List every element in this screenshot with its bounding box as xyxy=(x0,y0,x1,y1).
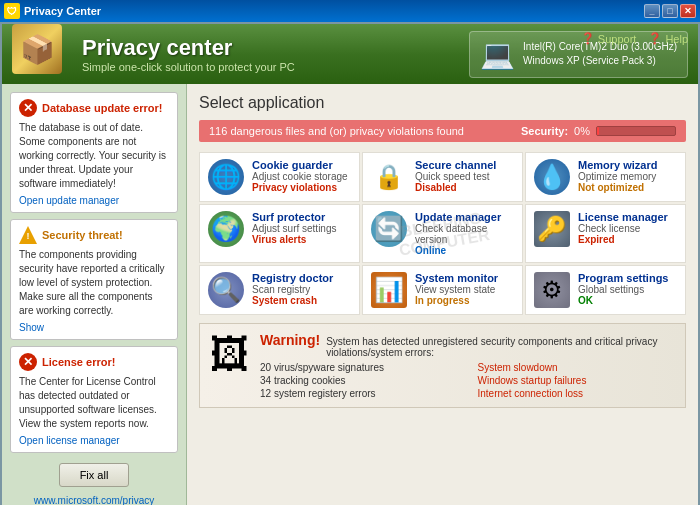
warning-header: Warning! System has detected unregistere… xyxy=(260,332,675,362)
app-program-settings[interactable]: ⚙ Program settings Global settings OK xyxy=(525,265,686,315)
update-manager-icon: 🔄 xyxy=(371,211,407,247)
program-settings-info: Program settings Global settings OK xyxy=(578,272,677,306)
app-update-manager[interactable]: 🔄 Update manager Check database version … xyxy=(362,204,523,263)
warning-items: 20 virus/spyware signatures System slowd… xyxy=(260,362,675,399)
pc-icon: 💻 xyxy=(480,38,515,71)
warning-title: Warning! xyxy=(260,332,320,348)
warning-bottom: 🖼 Warning! System has detected unregiste… xyxy=(199,323,686,408)
update-manager-name: Update manager xyxy=(415,211,514,223)
program-settings-icon: ⚙ xyxy=(534,272,570,308)
registry-doctor-name: Registry doctor xyxy=(252,272,351,284)
alert-link-2[interactable]: Show xyxy=(19,322,169,333)
warning-bottom-icon: 🖼 xyxy=(210,332,250,377)
registry-doctor-icon: 🔍 xyxy=(208,272,244,308)
license-manager-icon: 🔑 xyxy=(534,211,570,247)
app-title: Privacy center xyxy=(82,35,469,61)
alert-title-1: Database update error! xyxy=(42,102,162,114)
app-icon: 🛡 xyxy=(4,3,20,19)
license-manager-info: License manager Check license Expired xyxy=(578,211,677,245)
window-controls: _ □ ✕ xyxy=(644,4,696,18)
cookie-guarder-icon: 🌐 xyxy=(208,159,244,195)
warning-item-right-3: Internet connection loss xyxy=(478,388,676,399)
update-manager-desc: Check database version xyxy=(415,223,514,245)
warning-item-right-1: System slowdown xyxy=(478,362,676,373)
app-surf-protector[interactable]: 🌍 Surf protector Adjust surf settings Vi… xyxy=(199,204,360,263)
alert-link-3[interactable]: Open license manager xyxy=(19,435,169,446)
security-threat-alert: ! Security threat! The components provid… xyxy=(10,219,178,340)
security-progress-fill xyxy=(597,127,599,135)
system-monitor-status: In progress xyxy=(415,295,514,306)
alert-header-3: ✕ License error! xyxy=(19,353,169,371)
app-registry-doctor[interactable]: 🔍 Registry doctor Scan registry System c… xyxy=(199,265,360,315)
surf-protector-info: Surf protector Adjust surf settings Viru… xyxy=(252,211,351,245)
program-settings-name: Program settings xyxy=(578,272,677,284)
warning-icon-2: ! xyxy=(19,226,37,244)
memory-wizard-status: Not optimized xyxy=(578,182,677,193)
database-error-alert: ✕ Database update error! The database is… xyxy=(10,92,178,213)
registry-doctor-status: System crash xyxy=(252,295,351,306)
security-progress-bar xyxy=(596,126,676,136)
memory-wizard-desc: Optimize memory xyxy=(578,171,677,182)
warning-item-left-3: 12 system registery errors xyxy=(260,388,458,399)
close-button[interactable]: ✕ xyxy=(680,4,696,18)
app-logo: 📦 xyxy=(12,24,72,84)
security-indicator: Security: 0% xyxy=(521,125,676,137)
update-manager-status: Online xyxy=(415,245,514,256)
help-link[interactable]: ❓ Help xyxy=(648,32,688,45)
warning-content: Warning! System has detected unregistere… xyxy=(260,332,675,399)
warning-item-left-2: 34 tracking cookies xyxy=(260,375,458,386)
microsoft-link[interactable]: www.microsoft.com/privacy xyxy=(10,495,178,505)
secure-channel-name: Secure channel xyxy=(415,159,514,171)
app-license-manager[interactable]: 🔑 License manager Check license Expired xyxy=(525,204,686,263)
error-icon-3: ✕ xyxy=(19,353,37,371)
header-text: Privacy center Simple one-click solution… xyxy=(82,35,469,73)
program-settings-desc: Global settings xyxy=(578,284,677,295)
memory-wizard-icon: 💧 xyxy=(534,159,570,195)
system-monitor-name: System monitor xyxy=(415,272,514,284)
app-memory-wizard[interactable]: 💧 Memory wizard Optimize memory Not opti… xyxy=(525,152,686,202)
app-secure-channel[interactable]: 🔒 Secure channel Quick speed test Disabl… xyxy=(362,152,523,202)
help-icon: ❓ xyxy=(648,32,662,45)
support-link[interactable]: ❓ Support xyxy=(581,32,637,45)
secure-channel-desc: Quick speed test xyxy=(415,171,514,182)
alert-text-1: The database is out of date. Some compon… xyxy=(19,121,169,191)
system-monitor-icon: 📊 xyxy=(371,272,407,308)
secure-channel-status: Disabled xyxy=(415,182,514,193)
cookie-guarder-status: Privacy violations xyxy=(252,182,351,193)
secure-channel-icon: 🔒 xyxy=(371,159,407,195)
fix-all-button[interactable]: Fix all xyxy=(59,463,130,487)
app-grid: BLEEPINGCOMPUTER 🌐 Cookie guarder Adjust… xyxy=(199,152,686,315)
warning-desc: System has detected unregistered securit… xyxy=(326,336,675,358)
minimize-button[interactable]: _ xyxy=(644,4,660,18)
os-version: Windows XP (Service Pack 3) xyxy=(523,54,677,68)
section-title: Select application xyxy=(199,94,686,112)
license-manager-desc: Check license xyxy=(578,223,677,234)
content-area: ✕ Database update error! The database is… xyxy=(2,84,698,505)
app-cookie-guarder[interactable]: 🌐 Cookie guarder Adjust cookie storage P… xyxy=(199,152,360,202)
warning-item-right-2: Windows startup failures xyxy=(478,375,676,386)
titlebar-title: Privacy Center xyxy=(24,5,644,17)
cookie-guarder-name: Cookie guarder xyxy=(252,159,351,171)
left-panel: ✕ Database update error! The database is… xyxy=(2,84,187,505)
question-icon: ❓ xyxy=(581,32,595,45)
app-system-monitor[interactable]: 📊 System monitor View system state In pr… xyxy=(362,265,523,315)
memory-wizard-name: Memory wizard xyxy=(578,159,677,171)
titlebar: 🛡 Privacy Center _ □ ✕ xyxy=(0,0,700,22)
system-monitor-desc: View system state xyxy=(415,284,514,295)
error-icon-1: ✕ xyxy=(19,99,37,117)
program-settings-status: OK xyxy=(578,295,677,306)
system-monitor-info: System monitor View system state In prog… xyxy=(415,272,514,306)
registry-doctor-desc: Scan registry xyxy=(252,284,351,295)
surf-protector-status: Virus alerts xyxy=(252,234,351,245)
main-window: ❓ Support ❓ Help 📦 Privacy center Simple… xyxy=(0,22,700,505)
license-manager-name: License manager xyxy=(578,211,677,223)
surf-protector-name: Surf protector xyxy=(252,211,351,223)
memory-wizard-info: Memory wizard Optimize memory Not optimi… xyxy=(578,159,677,193)
security-label: Security: xyxy=(521,125,568,137)
maximize-button[interactable]: □ xyxy=(662,4,678,18)
violations-text: 116 dangerous files and (or) privacy vio… xyxy=(209,125,464,137)
surf-protector-icon: 🌍 xyxy=(208,211,244,247)
logo-box: 📦 xyxy=(12,24,62,74)
license-error-alert: ✕ License error! The Center for License … xyxy=(10,346,178,453)
alert-link-1[interactable]: Open update manager xyxy=(19,195,169,206)
